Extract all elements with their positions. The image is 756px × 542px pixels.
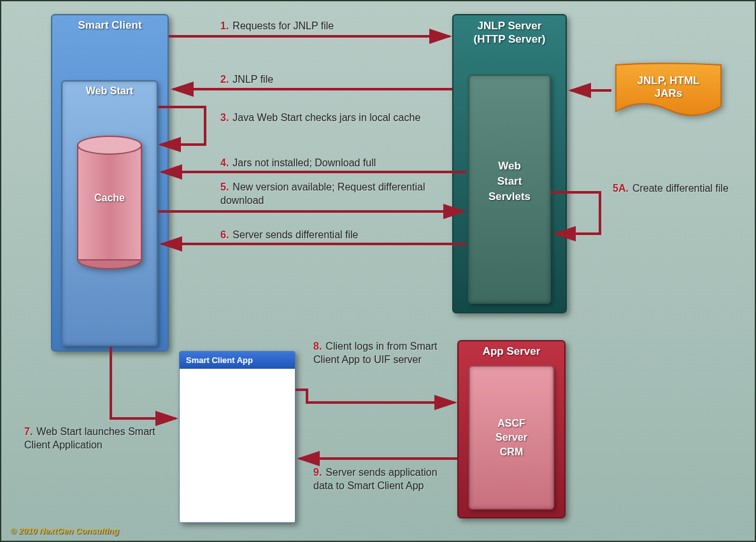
smart-client-app-window: Smart Client App: [179, 351, 296, 523]
ascf-line2: Server: [496, 432, 527, 443]
step-5a-num: 5A.: [613, 183, 629, 194]
servlets-box: Web Start Servlets: [468, 75, 551, 304]
ascf-line3: CRM: [500, 446, 523, 457]
servlets-line3: Servlets: [489, 190, 531, 203]
step-8: 8.Client logs in from Smart Client App t…: [313, 340, 460, 367]
step-8-num: 8.: [313, 341, 322, 352]
step-5: 5.New version available; Request differe…: [220, 181, 450, 208]
ascf-line1: ASCF: [497, 418, 525, 429]
servlets-line2: Start: [497, 175, 522, 187]
step-3: 3.Java Web Start checks jars in local ca…: [220, 111, 450, 125]
ascf-box: ASCF Server CRM: [469, 366, 554, 510]
cache-label: Cache: [76, 192, 143, 204]
step-1-num: 1.: [220, 20, 229, 31]
step-7-num: 7.: [24, 426, 32, 437]
step-4-text: Jars not installed; Download full: [232, 157, 376, 168]
step-6-text: Server sends differential file: [232, 229, 358, 240]
step-1-text: Requests for JNLP file: [232, 20, 334, 31]
step-5-num: 5.: [220, 182, 229, 192]
ascf-title: ASCF Server CRM: [470, 417, 553, 459]
svg-point-2: [78, 136, 141, 154]
step-2-text: JNLP file: [232, 74, 273, 85]
arrow-7: [111, 346, 176, 418]
step-4: 4.Jars not installed; Download full: [220, 157, 450, 170]
step-9: 9.Server sends application data to Smart…: [313, 466, 460, 493]
jnlp-server-title: JNLP Server (HTTP Server): [453, 19, 566, 46]
step-2-num: 2.: [220, 74, 229, 85]
step-3-num: 3.: [220, 112, 229, 123]
servlets-title: Web Start Servlets: [469, 159, 550, 204]
smart-client-title: Smart Client: [52, 19, 168, 32]
step-9-num: 9.: [313, 467, 322, 478]
step-5-text: New version available; Request different…: [220, 182, 425, 206]
step-6-num: 6.: [220, 229, 229, 240]
jnlp-server-line1: JNLP Server: [478, 20, 542, 32]
step-6: 6.Server sends differential file: [220, 229, 450, 242]
jars-line2: JARs: [655, 87, 682, 99]
web-start-title: Web Start: [62, 85, 157, 97]
step-1: 1.Requests for JNLP file: [220, 20, 450, 33]
copyright-text: © 2010 NextGen Consulting: [10, 526, 119, 536]
step-8-text: Client logs in from Smart Client App to …: [313, 341, 438, 365]
smart-client-app-titlebar: Smart Client App: [180, 352, 295, 369]
step-5a: 5A.Create differential file: [613, 182, 740, 196]
step-4-num: 4.: [220, 157, 229, 168]
arrow-8: [296, 390, 455, 403]
step-9-text: Server sends application data to Smart C…: [313, 467, 438, 491]
jnlp-server-line2: (HTTP Server): [473, 33, 545, 45]
step-5a-text: Create differential file: [632, 183, 729, 194]
app-server-title: App Server: [459, 345, 564, 358]
jars-label: JNLP, HTML JARs: [613, 75, 724, 101]
step-7: 7.Web Start launches Smart Client Applic…: [24, 425, 164, 452]
jars-line1: JNLP, HTML: [638, 75, 700, 87]
step-3-text: Java Web Start checks jars in local cach…: [232, 112, 420, 123]
servlets-line1: Web: [498, 160, 521, 172]
step-2: 2.JNLP file: [220, 73, 450, 87]
step-7-text: Web Start launches Smart Client Applicat…: [24, 426, 155, 450]
